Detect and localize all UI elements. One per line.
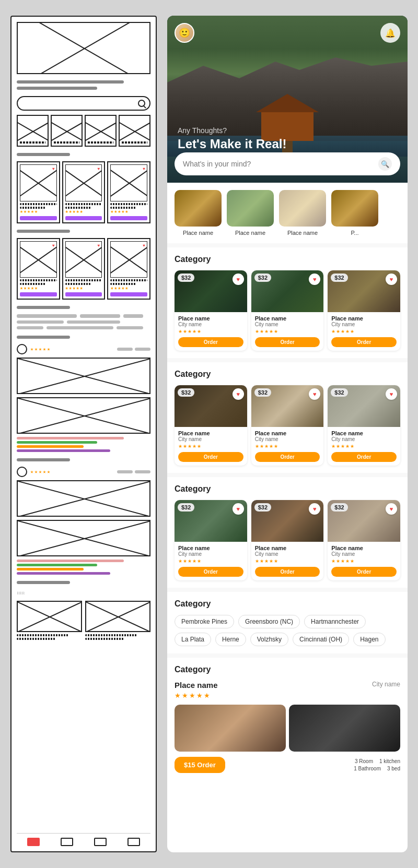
favorite-button[interactable]: ♥ xyxy=(309,503,320,515)
star: ★ xyxy=(341,558,345,564)
card-body: Place name City name ★ ★ ★ ★ ★ Order xyxy=(328,542,400,580)
place-thumb-label: Place name xyxy=(287,230,318,236)
order-button[interactable]: Order xyxy=(331,567,397,577)
detail-order-button[interactable]: $15 Order xyxy=(175,757,225,773)
city-name: City name xyxy=(331,551,397,557)
spec-row: 1 Bathroom 3 bed xyxy=(354,766,400,771)
favorite-button[interactable]: ♥ xyxy=(233,274,244,285)
favorite-button[interactable]: ♥ xyxy=(233,388,244,400)
favorite-button[interactable]: ♥ xyxy=(386,388,397,400)
price-badge: $32 xyxy=(178,388,194,397)
place-thumb[interactable]: P... xyxy=(331,190,378,236)
spec-bathroom: 1 Bathroom xyxy=(354,766,381,771)
wf-big-img xyxy=(17,520,150,556)
wf-nav-home[interactable] xyxy=(27,838,40,846)
wf-2col-item xyxy=(85,601,150,640)
cat-card[interactable]: $32 ♥ Place name City name ★ ★ ★ ★ ★ xyxy=(251,270,324,351)
star: ★ xyxy=(204,692,210,699)
wf-product-card: ♥ xyxy=(17,238,60,300)
wf-nav-search[interactable] xyxy=(61,838,73,846)
card-image: $32 ♥ xyxy=(175,500,247,542)
order-button[interactable]: Order xyxy=(178,452,243,462)
star: ★ xyxy=(189,692,195,699)
tag[interactable]: Herne xyxy=(215,633,246,646)
hero-search-bar[interactable]: 🔍 xyxy=(175,152,400,175)
card-image: $32 ♥ xyxy=(328,270,400,312)
places-scroll[interactable]: Place name Place name Place name P... xyxy=(167,183,408,243)
cat-card[interactable]: $32 ♥ Place name City name ★ ★ ★ ★ ★ xyxy=(175,385,247,466)
wf-product-card: ♥ xyxy=(62,238,106,300)
place-thumb-img xyxy=(279,190,326,227)
wf-search[interactable] xyxy=(17,96,150,111)
tag[interactable]: Cincinnati (OH) xyxy=(293,633,349,646)
order-button[interactable]: Order xyxy=(331,337,397,347)
card-image: $32 ♥ xyxy=(251,500,324,542)
wf-btn[interactable] xyxy=(110,292,147,296)
notification-bell[interactable]: 🔔 xyxy=(380,23,400,43)
cat-card[interactable]: $32 ♥ Place name City name ★ ★ ★ ★ ★ xyxy=(175,270,247,351)
search-icon[interactable]: 🔍 xyxy=(378,157,392,171)
spec-row: 3 Room 1 kitchen xyxy=(355,758,400,764)
wf-nav-saved[interactable] xyxy=(94,838,107,846)
favorite-button[interactable]: ♥ xyxy=(233,503,244,515)
wf-nav-profile[interactable] xyxy=(127,838,140,846)
place-thumb[interactable]: Place name xyxy=(227,190,274,236)
place-name: Place name xyxy=(331,545,397,551)
category-title: Category xyxy=(175,484,400,494)
wf-line xyxy=(17,638,56,640)
cat-card[interactable]: $32 ♥ Place name City name ★ ★ ★ ★ ★ xyxy=(251,500,324,580)
order-button[interactable]: Order xyxy=(178,337,243,347)
cat-card[interactable]: $32 ♥ Place name City name ★ ★ ★ ★ ★ xyxy=(328,270,400,351)
wf-btn[interactable] xyxy=(65,216,102,220)
favorite-button[interactable]: ♥ xyxy=(386,503,397,515)
tag[interactable]: Hagen xyxy=(353,633,385,646)
wf-btn[interactable] xyxy=(20,216,57,220)
place-thumb[interactable]: Place name xyxy=(279,190,326,236)
avatar[interactable]: 🙂 xyxy=(175,23,194,43)
place-thumb[interactable]: Place name xyxy=(175,190,222,236)
order-button[interactable]: Order xyxy=(255,567,320,577)
wf-btn[interactable] xyxy=(65,292,102,296)
cat-card[interactable]: $32 ♥ Place name City name ★ ★ ★ ★ ★ xyxy=(328,385,400,466)
wf-section-label xyxy=(17,153,70,156)
search-input[interactable] xyxy=(183,160,374,168)
place-name: Place name xyxy=(178,545,243,551)
star: ★ xyxy=(331,558,335,564)
tag[interactable]: Greensboro (NC) xyxy=(238,615,300,628)
stars-row: ★ ★ ★ ★ ★ xyxy=(255,444,320,449)
price-badge: $32 xyxy=(254,388,271,397)
order-button[interactable]: Order xyxy=(255,452,320,462)
wf-product-img: ♥ xyxy=(65,164,102,201)
wf-list-row xyxy=(17,320,150,324)
card-image: $32 ♥ xyxy=(251,385,324,427)
tag[interactable]: La Plata xyxy=(175,633,211,646)
price-badge: $32 xyxy=(331,388,347,397)
order-button[interactable]: Order xyxy=(331,452,397,462)
order-button[interactable]: Order xyxy=(178,567,243,577)
wf-2col-grid xyxy=(17,601,150,640)
favorite-button[interactable]: ♥ xyxy=(309,388,320,400)
heart-icon: ♥ xyxy=(98,243,100,248)
cat-card[interactable]: $32 ♥ Place name City name ★ ★ ★ ★ ★ xyxy=(175,500,247,580)
star: ★ xyxy=(341,444,345,449)
wf-line xyxy=(17,87,97,90)
place-name: Place name xyxy=(255,430,320,436)
wf-btn[interactable] xyxy=(20,292,57,296)
favorite-button[interactable]: ♥ xyxy=(309,274,320,285)
star: ★ xyxy=(188,444,192,449)
wf-product-img: ♥ xyxy=(20,241,57,278)
wf-btn[interactable] xyxy=(110,216,147,220)
tag[interactable]: Volzhsky xyxy=(250,633,288,646)
city-name: City name xyxy=(255,436,320,442)
wf-avatar xyxy=(17,344,27,354)
wf-big-img xyxy=(17,480,150,517)
cat-card[interactable]: $32 ♥ Place name City name ★ ★ ★ ★ ★ xyxy=(251,385,324,466)
cat-card[interactable]: $32 ♥ Place name City name ★ ★ ★ ★ ★ xyxy=(328,500,400,580)
card-image: $32 ♥ xyxy=(175,385,247,427)
tag[interactable]: Pembroke Pines xyxy=(175,615,234,628)
favorite-button[interactable]: ♥ xyxy=(386,274,397,285)
order-button[interactable]: Order xyxy=(255,337,320,347)
wf-line xyxy=(47,326,113,329)
star: ★ xyxy=(345,558,350,564)
tag[interactable]: Hartmannchester xyxy=(304,615,366,628)
